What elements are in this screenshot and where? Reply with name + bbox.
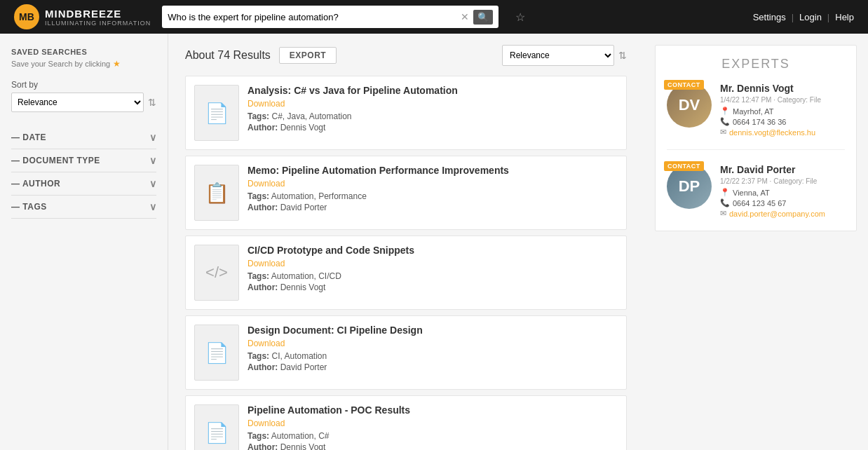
filter-tags-chevron: ∨	[149, 201, 157, 212]
experts-panel: EXPERTS CONTACT DV Mr. Dennis Vogt 1/4/2…	[644, 34, 868, 450]
login-link[interactable]: Login	[799, 12, 822, 22]
result-author: Author: Dennis Vogt	[247, 123, 618, 132]
logo-name: MINDBREEZE	[45, 8, 151, 20]
header: MB MINDBREEZE ILLUMINATING INFORMATION ✕…	[0, 0, 868, 34]
filter-document-type-label: — DOCUMENT TYPE	[11, 156, 100, 165]
result-title: Memo: Pipeline Automation Performance Im…	[247, 165, 618, 176]
favorite-icon[interactable]: ☆	[515, 11, 525, 24]
result-item: 📄 Pipeline Automation - POC Results Down…	[185, 395, 627, 450]
filter-date-label: — DATE	[11, 132, 46, 142]
expert-phone-text: 0664 123 45 67	[733, 199, 786, 207]
result-download-link[interactable]: Download	[247, 99, 618, 109]
result-thumb: 📋	[194, 165, 239, 221]
result-thumb: 📄	[194, 404, 239, 450]
expert-card: CONTACT DP Mr. David Porter 1/2/22 2:37 …	[667, 164, 845, 219]
experts-title: EXPERTS	[667, 57, 845, 71]
filter-date[interactable]: — DATE ∨	[11, 126, 156, 149]
main-layout: SAVED SEARCHES Save your Search by click…	[0, 34, 868, 450]
export-button[interactable]: EXPORT	[279, 47, 337, 64]
filter-document-type[interactable]: — DOCUMENT TYPE ∨	[11, 149, 156, 172]
sort-select-row: Relevance Date Title ⇅	[11, 93, 156, 112]
logo-area: MB MINDBREEZE ILLUMINATING INFORMATION	[14, 4, 151, 29]
result-title: Design Document: CI Pipeline Design	[247, 325, 618, 336]
results-header-row: About 74 Results EXPORT Relevance Date T…	[185, 45, 627, 66]
result-download-link[interactable]: Download	[247, 418, 618, 428]
header-nav: Settings | Login | Help	[753, 12, 854, 22]
expert-phone: 📞 0664 174 36 36	[720, 117, 845, 126]
sort-select[interactable]: Relevance Date Title	[11, 93, 144, 112]
sort-right-select[interactable]: Relevance Date Title	[502, 45, 614, 66]
phone-icon: 📞	[720, 117, 730, 126]
logo-text-area: MINDBREEZE ILLUMINATING INFORMATION	[45, 8, 151, 27]
search-icon[interactable]: 🔍	[473, 10, 493, 25]
save-star-icon[interactable]: ★	[113, 59, 121, 69]
result-thumb: 📄	[194, 85, 239, 141]
logo-icon: MB	[14, 4, 39, 29]
result-author: Author: Dennis Vogt	[247, 282, 618, 292]
saved-searches-sub-text: Save your Search by clicking	[11, 60, 110, 68]
filter-tags[interactable]: — TAGS ∨	[11, 196, 156, 219]
help-link[interactable]: Help	[835, 12, 854, 22]
search-bar: ✕ 🔍	[162, 6, 499, 28]
expert-email: ✉ dennis.vogt@fleckens.hu	[720, 128, 845, 137]
expert-phone-text: 0664 174 36 36	[733, 118, 786, 126]
expert-location: 📍 Mayrhof, AT	[720, 107, 845, 116]
mail-icon: ✉	[720, 209, 726, 218]
result-download-link[interactable]: Download	[247, 179, 618, 189]
result-download-link[interactable]: Download	[247, 339, 618, 348]
filter-doctype-chevron: ∨	[149, 155, 157, 166]
clear-icon[interactable]: ✕	[461, 11, 469, 22]
search-input[interactable]	[168, 12, 456, 22]
result-author: Author: David Porter	[247, 362, 618, 372]
settings-link[interactable]: Settings	[753, 12, 786, 22]
sort-label: Sort by	[11, 80, 156, 90]
filter-author[interactable]: — AUTHOR ∨	[11, 172, 156, 196]
phone-icon: 📞	[720, 198, 730, 207]
filter-section: — DATE ∨ — DOCUMENT TYPE ∨ — AUTHOR ∨ — …	[11, 126, 156, 219]
result-item: </> CI/CD Prototype and Code Snippets Do…	[185, 236, 627, 310]
result-info: Design Document: CI Pipeline Design Down…	[247, 325, 618, 381]
nav-sep-1: |	[792, 12, 794, 22]
result-tags: Tags: Automation, CI/CD	[247, 271, 618, 281]
saved-searches-title: SAVED SEARCHES	[11, 48, 156, 56]
result-tags: Tags: CI, Automation	[247, 351, 618, 361]
expert-details: Mr. David Porter 1/2/22 2:37 PM · Catego…	[720, 164, 845, 219]
logo-initials: MB	[19, 11, 34, 22]
expert-location: 📍 Vienna, AT	[720, 188, 845, 197]
result-title: CI/CD Prototype and Code Snippets	[247, 245, 618, 256]
filter-date-chevron: ∨	[149, 132, 157, 143]
experts-container: EXPERTS CONTACT DV Mr. Dennis Vogt 1/4/2…	[655, 45, 857, 231]
sort-order-icon[interactable]: ⇅	[148, 97, 156, 108]
expert-email-link[interactable]: david.porter@company.com	[729, 210, 825, 218]
result-item: 📄 Design Document: CI Pipeline Design Do…	[185, 315, 627, 390]
expert-avatar-area: CONTACT DP	[667, 164, 712, 209]
doc-icon: 📄	[205, 102, 229, 125]
expert-name: Mr. Dennis Vogt	[720, 83, 845, 94]
expert-avatar-area: CONTACT DV	[667, 83, 712, 128]
expert-location-text: Vienna, AT	[733, 189, 770, 197]
result-author: Author: David Porter	[247, 203, 618, 212]
contact-badge[interactable]: CONTACT	[664, 161, 704, 171]
result-thumb: 📄	[194, 325, 239, 381]
results-count: About 74 Results	[185, 49, 271, 62]
filter-author-label: — AUTHOR	[11, 179, 60, 189]
expert-details: Mr. Dennis Vogt 1/4/22 12:47 PM · Catego…	[720, 83, 845, 138]
expert-email: ✉ david.porter@company.com	[720, 209, 845, 218]
memo-icon: 📋	[205, 182, 229, 205]
expert-card: CONTACT DV Mr. Dennis Vogt 1/4/22 12:47 …	[667, 83, 845, 150]
result-item: 📄 Analysis: C# vs Java for Pipeline Auto…	[185, 76, 627, 150]
contact-badge[interactable]: CONTACT	[664, 80, 704, 90]
result-info: Memo: Pipeline Automation Performance Im…	[247, 165, 618, 221]
nav-sep-2: |	[827, 12, 829, 22]
content-area: About 74 Results EXPORT Relevance Date T…	[168, 34, 644, 450]
expert-name: Mr. David Porter	[720, 164, 845, 175]
result-download-link[interactable]: Download	[247, 259, 618, 268]
filter-author-chevron: ∨	[149, 178, 157, 189]
expert-location-text: Mayrhof, AT	[733, 107, 773, 116]
sort-right-icon[interactable]: ⇅	[618, 50, 627, 61]
expert-date: 1/2/22 2:37 PM · Category: File	[720, 177, 845, 185]
expert-email-link[interactable]: dennis.vogt@fleckens.hu	[729, 128, 815, 137]
location-icon: 📍	[720, 107, 730, 116]
result-tags: Tags: Automation, Performance	[247, 191, 618, 201]
sidebar: SAVED SEARCHES Save your Search by click…	[0, 34, 168, 450]
